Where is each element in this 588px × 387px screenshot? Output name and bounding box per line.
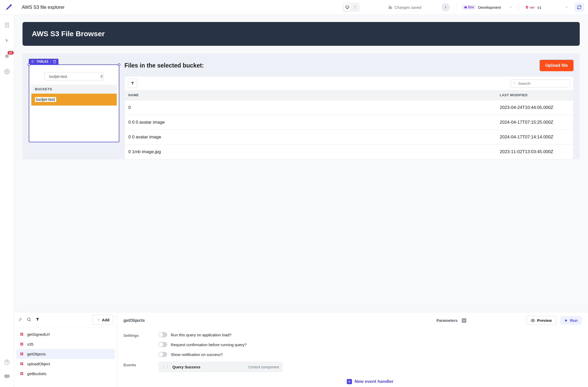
add-query-button[interactable]: ＋ Add	[92, 315, 113, 325]
setting-notify[interactable]: Show notification on success?	[158, 352, 582, 357]
resize-handle[interactable]	[118, 63, 120, 66]
settings-section-label: Settings	[123, 332, 158, 338]
table-row[interactable]: 0 0 avatar image2024-04-17T07:14:14.000Z	[125, 130, 573, 144]
page-icon[interactable]	[4, 22, 10, 28]
column-name-header[interactable]: NAME	[128, 93, 500, 97]
column-modified-header[interactable]: LAST MODIFIED	[500, 93, 570, 97]
svg-point-0	[10, 4, 12, 6]
event-action: Control component	[248, 365, 279, 369]
event-name: Query Success	[172, 365, 245, 369]
query-list-item[interactable]: s35	[16, 339, 115, 349]
top-bar: AWS S3 file explorer Changes saved I Env…	[0, 0, 588, 15]
query-list-item[interactable]: getSignedUrl	[16, 329, 115, 339]
cursor-icon[interactable]	[4, 38, 10, 44]
resize-handle[interactable]	[28, 63, 30, 66]
comment-icon[interactable]	[4, 373, 10, 379]
toggle-switch[interactable]	[158, 352, 167, 357]
app-title[interactable]: AWS S3 file explorer	[22, 5, 64, 10]
eye-icon	[531, 318, 535, 323]
filter-icon[interactable]	[35, 317, 40, 322]
files-table-header: NAME LAST MODIFIED	[125, 90, 573, 100]
bucket-search-input[interactable]	[49, 74, 98, 79]
new-event-handler-button[interactable]: + New event handler	[158, 377, 582, 384]
refresh-button[interactable]	[575, 3, 584, 12]
file-name: 0 0 0 avatar image	[128, 120, 500, 125]
bucket-row[interactable]: tooljet-test	[31, 94, 117, 106]
file-name: 0 1mb image.jpg	[128, 149, 500, 154]
buckets-panel: TABLE2 ✕ BUCKETS	[29, 59, 119, 142]
device-toggle	[343, 3, 360, 12]
drag-handle-icon[interactable]: ⋮⋮	[162, 365, 169, 369]
svg-rect-1	[346, 6, 349, 8]
svg-line-17	[515, 84, 516, 84]
events-section-label: Events	[123, 362, 158, 367]
svg-point-11	[6, 71, 8, 72]
event-handler-row[interactable]: ⋮⋮ Query Success Control component	[158, 362, 283, 372]
environment-selector[interactable]: Env Development	[462, 5, 512, 10]
datasource-icon	[19, 371, 24, 376]
query-list-item[interactable]: uploadObject	[16, 359, 115, 369]
query-name[interactable]: getObjects	[123, 318, 145, 323]
save-status-text: Changes saved	[394, 5, 421, 10]
plus-icon: +	[347, 379, 352, 384]
toggle-switch[interactable]	[158, 332, 167, 337]
mobile-view-button[interactable]	[351, 4, 359, 11]
file-name: 0	[128, 105, 500, 110]
toggle-switch[interactable]	[158, 342, 167, 347]
user-avatar[interactable]: I	[442, 3, 450, 11]
files-search-input[interactable]	[518, 81, 567, 86]
setting-run-on-load[interactable]: Run this query on application load?	[158, 332, 582, 337]
file-modified: 2023-04-24T10:44:05.000Z	[500, 105, 570, 110]
files-title: Files in the selected bucket:	[124, 62, 204, 69]
ver-value: v1	[537, 5, 541, 10]
version-selector[interactable]: ver v1	[525, 5, 568, 10]
file-modified: 2024-04-17T07:15:25.000Z	[500, 120, 570, 125]
query-sidebar: ＋ Add getSignedUrls35getObjectsuploadObj…	[14, 312, 117, 387]
query-list-item[interactable]: getBuckets	[16, 369, 115, 378]
datasource-icon	[19, 332, 24, 337]
component-selection-tag[interactable]: TABLE2	[29, 59, 58, 64]
buckets-table[interactable]: ✕ BUCKETS tooljet-test	[29, 64, 119, 142]
chevron-down-icon	[509, 5, 512, 10]
files-search[interactable]	[511, 79, 570, 87]
trash-icon[interactable]	[53, 60, 56, 63]
add-parameter-button[interactable]: +	[462, 318, 466, 323]
table-row[interactable]: 0 0 0 avatar image2024-04-17T07:15:25.00…	[125, 115, 573, 130]
upload-file-button[interactable]: Upload file	[540, 60, 574, 71]
setting-confirm[interactable]: Request confirmation before running quer…	[158, 342, 582, 347]
desktop-view-button[interactable]	[344, 4, 351, 11]
query-list-item[interactable]: getObjects	[16, 349, 115, 359]
svg-point-18	[27, 318, 30, 321]
query-panel: ＋ Add getSignedUrls35getObjectsuploadObj…	[14, 312, 588, 387]
svg-point-16	[514, 83, 516, 84]
divider	[519, 4, 519, 11]
datasource-icon	[19, 361, 24, 366]
support-icon[interactable]	[4, 359, 10, 365]
files-table: NAME LAST MODIFIED 02023-04-24T10:44:05.…	[124, 76, 574, 159]
run-button[interactable]: Run	[560, 316, 582, 325]
search-icon[interactable]	[27, 317, 31, 323]
file-modified: 2023-11-02T13:03:45.000Z	[500, 149, 570, 154]
datasource-icon	[19, 342, 24, 346]
table-row[interactable]: 0 1mb image.jpg2023-11-02T13:03:45.000Z	[125, 144, 573, 159]
debug-icon[interactable]: 21	[4, 53, 10, 59]
banner-title: AWS S3 File Browser	[32, 30, 570, 38]
logo-icon[interactable]	[4, 3, 13, 12]
query-item-name: getBuckets	[27, 371, 46, 376]
preview-button[interactable]: Preview	[526, 316, 556, 325]
filter-button[interactable]	[128, 79, 137, 88]
bucket-search[interactable]: ✕	[44, 72, 104, 80]
left-rail: 21	[0, 15, 14, 387]
clear-search-icon[interactable]: ✕	[100, 74, 103, 79]
env-badge: Env	[462, 5, 475, 10]
svg-line-19	[30, 320, 31, 321]
collapse-icon[interactable]	[18, 317, 23, 323]
filter-icon	[130, 81, 135, 85]
page-banner: AWS S3 File Browser	[23, 22, 580, 46]
table-row[interactable]: 02023-04-24T10:44:05.000Z	[125, 100, 573, 115]
ver-badge: ver	[525, 5, 535, 9]
query-item-name: uploadObject	[27, 362, 50, 366]
file-name: 0 0 avatar image	[128, 135, 500, 140]
settings-icon[interactable]	[4, 69, 10, 75]
files-panel: Files in the selected bucket: Upload fil…	[124, 59, 574, 159]
